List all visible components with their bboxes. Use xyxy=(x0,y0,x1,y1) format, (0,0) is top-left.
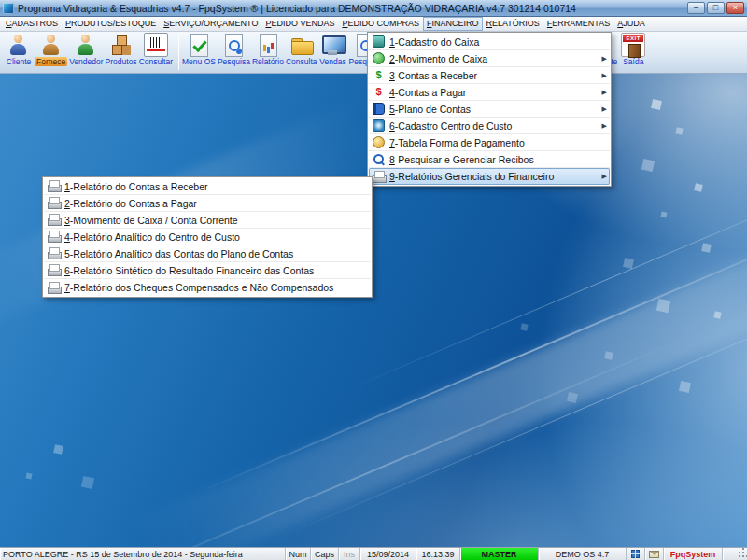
menu-item-label: 7-Tabela Forma de Pagamento xyxy=(389,137,525,148)
status-grid-panel[interactable] xyxy=(627,548,645,560)
menu-pedido-vendas[interactable]: PEDIDO VENDAS xyxy=(261,17,338,31)
toolbar-fornecedor-button[interactable]: Fornece xyxy=(34,33,68,73)
toolbar-cliente-button[interactable]: Cliente xyxy=(4,33,34,73)
toolbar-consultar-button[interactable]: Consultar xyxy=(138,33,174,73)
window-title: Programa Vidraçaria & Esquadrias v4.7 - … xyxy=(18,3,687,14)
toolbar-separator xyxy=(176,35,179,70)
submenu-item-movimento-de-caixa-conta-corrente[interactable]: 3-Movimento de Caixa / Conta Corrente xyxy=(44,212,371,229)
submenu-item-label: 2-Relatório do Contas a Pagar xyxy=(64,198,197,209)
payables-dollar-icon xyxy=(373,86,385,98)
exit-sign-text: EXIT xyxy=(623,35,643,42)
toolbar-produtos-button[interactable]: Produtos xyxy=(105,33,138,73)
menu-ferramentas[interactable]: FERRAMENTAS xyxy=(543,17,613,31)
toolbar-button-label: Consulta xyxy=(286,57,317,66)
title-bar: Programa Vidraçaria & Esquadrias v4.7 - … xyxy=(0,0,747,17)
menu-relatorios[interactable]: RELATÓRIOS xyxy=(483,17,543,31)
toolbar-button-label: Menu OS xyxy=(182,57,216,66)
menu-item-cadastro-centro-de-custo[interactable]: 6-Cadastro Centro de Custo ▶ xyxy=(369,118,610,134)
toolbar-pesquisa-button[interactable]: Pesquisa xyxy=(217,33,251,73)
status-location-date: PORTO ALEGRE - RS 15 de Setembro de 2014… xyxy=(0,548,286,560)
toolbar-consulta-button[interactable]: Consulta xyxy=(285,33,318,73)
menu-item-cadastro-do-caixa[interactable]: 1-Cadastro do Caixa xyxy=(369,34,610,50)
toolbar-vendedor-button[interactable]: Vendedor xyxy=(68,33,104,73)
toolbar-menu-os-button[interactable]: Menu OS xyxy=(181,33,217,73)
submenu-item-label: 3-Movimento de Caixa / Conta Corrente xyxy=(64,215,238,226)
folder-icon xyxy=(289,33,314,57)
printer-icon xyxy=(373,171,385,183)
printer-icon xyxy=(48,282,60,294)
submenu-item-relatorio-analitico-do-centro-de-custo[interactable]: 4-Relatório Analítico do Centro de Custo xyxy=(44,229,371,245)
menu-item-plano-de-contas[interactable]: 5-Plano de Contas ▶ xyxy=(369,101,610,118)
menu-item-movimento-de-caixa[interactable]: 2-Movimento de Caixa ▶ xyxy=(369,50,610,67)
toolbar-vendas-button[interactable]: Vendas xyxy=(317,33,347,73)
decor-square xyxy=(701,243,712,253)
financeiro-dropdown-menu: 1-Cadastro do Caixa 2-Movimento de Caixa… xyxy=(367,32,612,187)
toolbar-button-label: Pesquisa xyxy=(218,57,250,66)
service-order-check-icon xyxy=(187,33,211,57)
decor-square xyxy=(694,183,702,191)
cash-register-icon xyxy=(373,35,385,48)
submenu-item-label: 6-Relatório Sintético do Resultado Finan… xyxy=(64,265,314,276)
submenu-item-relatorio-sintetico-do-resultado-financeiro[interactable]: 6-Relatório Sintético do Resultado Finan… xyxy=(44,262,371,279)
decor-square xyxy=(660,211,667,217)
maximize-button[interactable]: □ xyxy=(707,2,725,14)
decor-square xyxy=(53,444,63,455)
toolbar-button-label: Fornece xyxy=(35,57,67,66)
relatorios-gerenciais-submenu: 1-Relatório do Contas a Receber 2-Relató… xyxy=(42,176,373,298)
menu-produtos-estoque[interactable]: PRODUTOS/ESTOQUE xyxy=(62,17,160,31)
grid-icon xyxy=(631,550,640,558)
minimize-button[interactable]: – xyxy=(687,2,705,14)
decor-square xyxy=(651,99,662,110)
submenu-arrow-icon: ▶ xyxy=(602,173,607,180)
status-time: 16:13:39 xyxy=(416,548,460,560)
menu-item-label: 9-Relatórios Gerenciais do Financeiro xyxy=(389,171,554,182)
printer-icon xyxy=(48,180,60,192)
submenu-item-relatorio-do-contas-a-pagar[interactable]: 2-Relatório do Contas a Pagar xyxy=(44,195,371,212)
receivables-dollar-icon xyxy=(373,69,385,81)
decor-square xyxy=(604,351,613,359)
menu-pedido-compras[interactable]: PEDIDO COMPRAS xyxy=(338,17,423,31)
submenu-item-relatorio-do-contas-a-receber[interactable]: 1-Relatório do Contas a Receber xyxy=(44,178,371,195)
sales-monitor-icon xyxy=(320,33,345,57)
submenu-item-label: 1-Relatório do Contas a Receber xyxy=(64,181,208,192)
submenu-item-relatorio-analitico-das-contas-do-plano-de-contas[interactable]: 5-Relatório Analítico das Contas do Plan… xyxy=(44,245,371,262)
resize-grip[interactable] xyxy=(723,548,747,560)
clients-icon xyxy=(7,33,31,57)
menu-item-relatorios-gerenciais-do-financeiro[interactable]: 9-Relatórios Gerenciais do Financeiro ▶ xyxy=(369,168,610,185)
report-chart-icon xyxy=(256,33,280,57)
menu-financeiro[interactable]: FINANCEIRO xyxy=(423,17,483,31)
printer-icon xyxy=(48,214,60,226)
accounts-book-icon xyxy=(373,103,385,115)
menu-item-label: 2-Movimento de Caixa xyxy=(389,53,487,64)
menu-cadastros[interactable]: CADASTROS xyxy=(2,17,62,31)
menu-item-contas-a-pagar[interactable]: 4-Contas a Pagar ▶ xyxy=(369,84,610,101)
decor-square xyxy=(81,476,94,489)
menu-ajuda[interactable]: AJUDA xyxy=(613,17,649,31)
status-mail-panel[interactable] xyxy=(645,548,664,560)
toolbar-button-label: Vendedor xyxy=(69,57,103,66)
toolbar-button-label: Consultar xyxy=(139,57,173,66)
menu-bar: CADASTROS PRODUTOS/ESTOQUE SERVIÇO/ORÇAM… xyxy=(0,17,747,32)
search-document-icon xyxy=(221,33,246,57)
status-insert-mode: Ins xyxy=(339,548,360,560)
submenu-item-label: 7-Relatório dos Cheques Compensados e Nã… xyxy=(64,282,333,293)
sellers-icon xyxy=(74,33,98,57)
menu-item-tabela-forma-de-pagamento[interactable]: 7-Tabela Forma de Pagamento xyxy=(369,134,610,151)
menu-item-label: 8-Pesquisar e Gerenciar Recibos xyxy=(389,154,534,165)
close-button[interactable]: × xyxy=(726,2,744,14)
toolbar-saida-button[interactable]: EXIT Saída xyxy=(618,33,648,73)
menu-item-pesquisar-e-gerenciar-recibos[interactable]: 8-Pesquisar e Gerenciar Recibos xyxy=(369,151,610,168)
decor-square xyxy=(623,258,634,269)
toolbar-relatorio-button[interactable]: Relatório xyxy=(251,33,285,73)
status-caps-lock: Caps xyxy=(311,548,339,560)
submenu-item-label: 4-Relatório Analítico do Centro de Custo xyxy=(64,231,240,243)
menu-servico-orcamento[interactable]: SERVIÇO/ORÇAMENTO xyxy=(160,17,261,31)
payment-coin-icon xyxy=(373,136,385,148)
menu-item-label: 6-Cadastro Centro de Custo xyxy=(389,120,512,132)
status-system-version: DEMO OS 4.7 xyxy=(539,548,627,560)
submenu-arrow-icon: ▶ xyxy=(602,122,607,130)
submenu-item-relatorio-dos-cheques-compensados[interactable]: 7-Relatório dos Cheques Compensados e Nã… xyxy=(44,279,371,296)
menu-item-contas-a-receber[interactable]: 3-Contas a Receber ▶ xyxy=(369,67,610,84)
status-bar: PORTO ALEGRE - RS 15 de Setembro de 2014… xyxy=(0,547,747,560)
menu-item-label: 3-Contas a Receber xyxy=(389,70,477,81)
